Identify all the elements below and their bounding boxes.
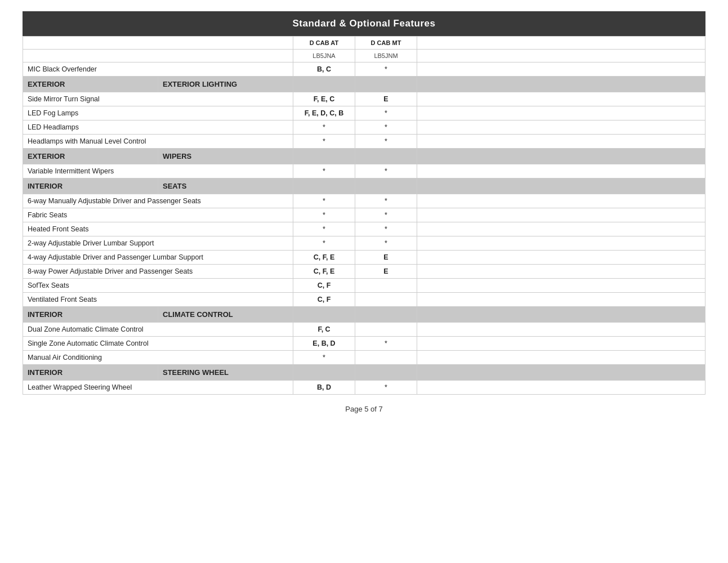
- feature-name: Single Zone Automatic Climate Control: [23, 337, 293, 351]
- feature-name: 6-way Manually Adjustable Driver and Pas…: [23, 194, 293, 208]
- col1-value: F, E, D, C, B: [293, 106, 355, 120]
- page-footer: Page 5 of 7: [23, 405, 705, 413]
- table-row: Heated Front Seats**: [23, 222, 705, 236]
- table-row: Fabric Seats**: [23, 208, 705, 222]
- section-subcategory: STEERING WHEEL: [158, 365, 293, 381]
- feature-name: Heated Front Seats: [23, 222, 293, 236]
- section-subcategory: CLIMATE CONTROL: [158, 307, 293, 323]
- col2-value: *: [355, 208, 417, 222]
- col2-value: *: [355, 381, 417, 395]
- col2-value: [355, 351, 417, 365]
- column-code-row: LB5JNA LB5JNM: [23, 50, 705, 62]
- table-row: Manual Air Conditioning*: [23, 351, 705, 365]
- table-row: Single Zone Automatic Climate ControlE, …: [23, 337, 705, 351]
- col1-value: C, F: [293, 293, 355, 307]
- col1-value: B, D: [293, 381, 355, 395]
- col2-value: [355, 279, 417, 293]
- section-row: INTERIORSTEERING WHEEL: [23, 365, 705, 381]
- col1-value: C, F, E: [293, 251, 355, 265]
- col1-code: LB5JNA: [293, 50, 355, 62]
- feature-name: Side Mirror Turn Signal: [23, 92, 293, 106]
- table-row: Ventilated Front SeatsC, F: [23, 293, 705, 307]
- col1-value: F, C: [293, 323, 355, 337]
- col1-value: *: [293, 194, 355, 208]
- section-row: INTERIORSEATS: [23, 178, 705, 194]
- section-category: EXTERIOR: [23, 77, 158, 92]
- table-row: Headlamps with Manual Level Control**: [23, 135, 705, 149]
- feature-name: SofTex Seats: [23, 279, 293, 293]
- col2-value: *: [355, 164, 417, 178]
- col1-value: *: [293, 236, 355, 251]
- col1-value: B, C: [293, 62, 355, 77]
- col2-value: *: [355, 135, 417, 149]
- column-header-row: D CAB AT D CAB MT: [23, 37, 705, 50]
- table-row: 4-way Adjustable Driver and Passenger Lu…: [23, 251, 705, 265]
- table-row: LED Headlamps**: [23, 120, 705, 135]
- page-title: Standard & Optional Features: [23, 11, 705, 36]
- feature-name: Headlamps with Manual Level Control: [23, 135, 293, 149]
- table-row: SofTex SeatsC, F: [23, 279, 705, 293]
- table-row: Variable Intermittent Wipers**: [23, 164, 705, 178]
- feature-name: LED Headlamps: [23, 120, 293, 135]
- col1-value: E, B, D: [293, 337, 355, 351]
- section-subcategory: EXTERIOR LIGHTING: [158, 77, 293, 92]
- col1-value: C, F, E: [293, 265, 355, 279]
- table-row: LED Fog LampsF, E, D, C, B*: [23, 106, 705, 120]
- table-row: MIC Black OverfenderB, C*: [23, 62, 705, 77]
- col2-value: *: [355, 337, 417, 351]
- col2-value: E: [355, 92, 417, 106]
- col1-header: D CAB AT: [293, 37, 355, 50]
- section-category: INTERIOR: [23, 365, 158, 381]
- section-row: EXTERIOREXTERIOR LIGHTING: [23, 77, 705, 92]
- col2-value: [355, 323, 417, 337]
- col1-value: F, E, C: [293, 92, 355, 106]
- col1-value: *: [293, 135, 355, 149]
- col2-value: *: [355, 222, 417, 236]
- table-row: 6-way Manually Adjustable Driver and Pas…: [23, 194, 705, 208]
- col2-value: *: [355, 194, 417, 208]
- table-row: Leather Wrapped Steering WheelB, D*: [23, 381, 705, 395]
- feature-name: Variable Intermittent Wipers: [23, 164, 293, 178]
- col1-value: C, F: [293, 279, 355, 293]
- feature-name: Dual Zone Automatic Climate Control: [23, 323, 293, 337]
- section-row: EXTERIORWIPERS: [23, 149, 705, 164]
- table-row: Side Mirror Turn SignalF, E, CE: [23, 92, 705, 106]
- col2-value: *: [355, 62, 417, 77]
- feature-name: Leather Wrapped Steering Wheel: [23, 381, 293, 395]
- col2-value: *: [355, 106, 417, 120]
- features-table: D CAB AT D CAB MT LB5JNA LB5JNM MIC Blac…: [23, 36, 705, 395]
- section-category: INTERIOR: [23, 178, 158, 194]
- page-number: Page 5 of 7: [345, 405, 383, 413]
- feature-name: MIC Black Overfender: [23, 62, 293, 77]
- section-subcategory: WIPERS: [158, 149, 293, 164]
- col2-value: *: [355, 120, 417, 135]
- col1-value: *: [293, 164, 355, 178]
- section-row: INTERIORCLIMATE CONTROL: [23, 307, 705, 323]
- feature-name: 4-way Adjustable Driver and Passenger Lu…: [23, 251, 293, 265]
- col2-header: D CAB MT: [355, 37, 417, 50]
- col2-value: E: [355, 265, 417, 279]
- table-row: 8-way Power Adjustable Driver and Passen…: [23, 265, 705, 279]
- table-row: Dual Zone Automatic Climate ControlF, C: [23, 323, 705, 337]
- col1-value: *: [293, 120, 355, 135]
- col2-value: *: [355, 236, 417, 251]
- feature-name: Ventilated Front Seats: [23, 293, 293, 307]
- page-wrapper: Standard & Optional Features D CAB AT D …: [23, 11, 705, 413]
- feature-name: 8-way Power Adjustable Driver and Passen…: [23, 265, 293, 279]
- table-row: 2-way Adjustable Driver Lumbar Support**: [23, 236, 705, 251]
- col1-value: *: [293, 222, 355, 236]
- feature-name: 2-way Adjustable Driver Lumbar Support: [23, 236, 293, 251]
- col2-code: LB5JNM: [355, 50, 417, 62]
- feature-name: Fabric Seats: [23, 208, 293, 222]
- feature-name: Manual Air Conditioning: [23, 351, 293, 365]
- col2-value: E: [355, 251, 417, 265]
- section-subcategory: SEATS: [158, 178, 293, 194]
- section-category: EXTERIOR: [23, 149, 158, 164]
- feature-name: LED Fog Lamps: [23, 106, 293, 120]
- col1-value: *: [293, 351, 355, 365]
- section-category: INTERIOR: [23, 307, 158, 323]
- col2-value: [355, 293, 417, 307]
- col1-value: *: [293, 208, 355, 222]
